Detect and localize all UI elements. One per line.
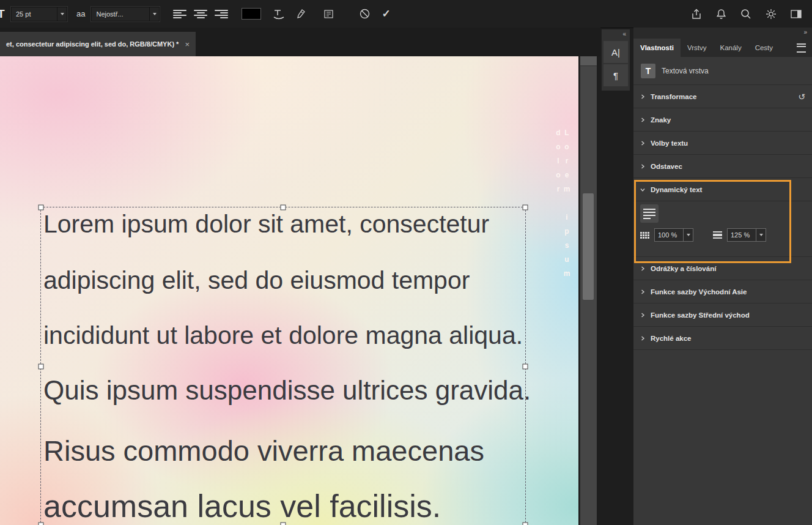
resize-handle-bottom-center[interactable] bbox=[281, 523, 286, 525]
panel-menu-icon[interactable] bbox=[797, 43, 806, 53]
tracking-grid-icon bbox=[640, 232, 649, 239]
resize-handle-top-center[interactable] bbox=[281, 205, 286, 210]
close-tab-icon[interactable]: × bbox=[185, 40, 190, 49]
canvas-scrollbar[interactable] bbox=[580, 56, 597, 525]
resize-handle-middle-left[interactable] bbox=[39, 363, 44, 369]
share-icon[interactable] bbox=[690, 8, 703, 20]
chevron-right-icon bbox=[640, 94, 645, 99]
properties-panel: » Vlastnosti Vrstvy Kanály Cesty T Texto… bbox=[633, 28, 812, 525]
chevron-right-icon bbox=[640, 164, 645, 169]
align-center-icon[interactable] bbox=[194, 9, 207, 19]
resize-handle-top-right[interactable] bbox=[523, 205, 528, 210]
document-tab-bar: et, consectetur adipiscing elit, sed do,… bbox=[0, 28, 600, 56]
dynamic-text-controls: 100 % 125 % bbox=[640, 228, 805, 242]
section-east-asian[interactable]: Funkce sazby Východní Asie bbox=[633, 280, 812, 303]
scale-percent-select[interactable]: 100 % bbox=[654, 228, 693, 242]
section-label: Rychlé akce bbox=[651, 335, 692, 342]
section-dynamic-text[interactable]: Dynamický text bbox=[633, 178, 812, 201]
layer-type-label: Textová vrstva bbox=[662, 67, 709, 75]
align-left-icon[interactable] bbox=[173, 9, 186, 19]
chevron-right-icon bbox=[640, 141, 645, 146]
leading-percent-select[interactable]: 125 % bbox=[727, 228, 766, 242]
section-characters[interactable]: Znaky bbox=[633, 108, 812, 132]
chevron-right-icon bbox=[640, 336, 645, 341]
canvas[interactable]: Lorem ipsum dolor Lorem ipsum dolor sit … bbox=[0, 56, 578, 525]
text-layer-icon: T bbox=[641, 64, 655, 78]
scrollbar-thumb[interactable] bbox=[583, 193, 594, 300]
document-tab[interactable]: et, consectetur adipiscing elit, sed do,… bbox=[0, 32, 196, 56]
tab-cesty[interactable]: Cesty bbox=[748, 39, 780, 57]
text-line[interactable]: Quis ipsum suspendisse ultrices gravida. bbox=[43, 375, 531, 406]
chevron-right-icon bbox=[640, 313, 645, 318]
line-height-icon bbox=[713, 231, 722, 239]
chevron-right-icon bbox=[640, 117, 645, 122]
chevron-down-icon[interactable] bbox=[149, 7, 159, 21]
paragraph-panel-icon[interactable]: ¶ bbox=[603, 64, 628, 86]
app-bar-icons bbox=[690, 8, 802, 20]
notifications-bell-icon[interactable] bbox=[715, 8, 727, 20]
vertical-text-layer[interactable]: Lorem ipsum dolor bbox=[554, 128, 571, 361]
scale-percent-value: 100 % bbox=[655, 231, 683, 239]
chevron-down-icon[interactable] bbox=[57, 7, 67, 21]
discover-icon[interactable] bbox=[765, 8, 777, 20]
cancel-edits-icon[interactable] bbox=[359, 8, 371, 20]
section-label: Volby textu bbox=[651, 140, 688, 147]
collapse-panels-icon[interactable]: » bbox=[633, 28, 812, 39]
section-type-options[interactable]: Volby textu bbox=[633, 132, 812, 155]
anti-alias-value: Nejostř... bbox=[92, 10, 149, 18]
text-line[interactable]: adipiscing elit, sed do eiusmod tempor bbox=[43, 266, 470, 295]
panel-tab-bar: Vlastnosti Vrstvy Kanály Cesty bbox=[633, 39, 812, 57]
text-line[interactable]: Risus commodo viverra maecenas bbox=[43, 434, 484, 467]
resize-handle-bottom-right[interactable] bbox=[523, 523, 528, 525]
char-para-panels-icon[interactable] bbox=[323, 9, 334, 19]
font-size-value: 25 pt bbox=[12, 10, 57, 18]
warp-text-icon[interactable] bbox=[272, 9, 286, 20]
section-bullets[interactable]: Odrážky a číslování bbox=[633, 257, 812, 280]
collapsed-panel-dock: « A| ¶ bbox=[602, 29, 630, 91]
commit-edits-icon[interactable]: ✓ bbox=[382, 7, 390, 20]
resize-handle-top-left[interactable] bbox=[39, 205, 44, 210]
character-panel-icon[interactable]: A| bbox=[603, 41, 628, 63]
text-line[interactable]: accumsan lacus vel facilisis. bbox=[43, 488, 441, 524]
document-title: et, consectetur adipiscing elit, sed do,… bbox=[6, 40, 179, 48]
section-quick-actions[interactable]: Rychlé akce bbox=[633, 327, 812, 350]
reset-transform-icon[interactable]: ↺ bbox=[798, 92, 805, 102]
section-label: Transformace bbox=[651, 93, 696, 100]
tab-vlastnosti[interactable]: Vlastnosti bbox=[633, 39, 681, 57]
layer-type-row: T Textová vrstva bbox=[633, 57, 812, 85]
tab-kanaly[interactable]: Kanály bbox=[714, 39, 748, 57]
tab-vrstvy[interactable]: Vrstvy bbox=[681, 39, 714, 57]
section-label: Odrážky a číslování bbox=[651, 265, 716, 272]
align-right-icon[interactable] bbox=[215, 9, 228, 19]
chevron-down-icon[interactable] bbox=[683, 229, 693, 241]
leading-percent-value: 125 % bbox=[728, 231, 756, 239]
workspace-layout-icon[interactable] bbox=[790, 9, 802, 20]
text-line[interactable]: Lorem ipsum dolor sit amet, consectetur bbox=[43, 210, 489, 239]
section-label: Dynamický text bbox=[651, 186, 702, 193]
section-label: Znaky bbox=[651, 116, 671, 124]
type-tool-icon[interactable]: T bbox=[0, 7, 5, 21]
anti-alias-icon: aa bbox=[76, 9, 85, 18]
pen-nib-icon[interactable] bbox=[295, 9, 306, 20]
section-label: Odstavec bbox=[651, 163, 682, 170]
section-middle-east[interactable]: Funkce sazby Střední východ bbox=[633, 303, 812, 327]
section-label: Funkce sazby Východní Asie bbox=[651, 288, 747, 296]
resize-handle-bottom-left[interactable] bbox=[39, 523, 44, 525]
section-paragraph[interactable]: Odstavec bbox=[633, 155, 812, 178]
expand-panels-icon[interactable]: « bbox=[602, 29, 630, 40]
resize-handle-middle-right[interactable] bbox=[523, 363, 528, 369]
scrollbar-top-button[interactable] bbox=[580, 56, 597, 66]
anti-alias-select[interactable]: Nejostř... bbox=[91, 7, 160, 21]
chevron-right-icon bbox=[640, 289, 645, 294]
text-layer-bounding-box[interactable]: Lorem ipsum dolor sit amet, consectetur … bbox=[40, 207, 526, 525]
options-bar: T 25 pt aa Nejostř... ✓ bbox=[0, 0, 812, 28]
text-line[interactable]: incididunt ut labore et dolore magna ali… bbox=[43, 321, 523, 350]
text-color-swatch[interactable] bbox=[242, 8, 261, 20]
section-label: Funkce sazby Střední východ bbox=[651, 311, 750, 319]
section-transform[interactable]: Transformace ↺ bbox=[633, 85, 812, 108]
chevron-right-icon bbox=[640, 266, 645, 271]
font-size-select[interactable]: 25 pt bbox=[11, 7, 67, 21]
dynamic-text-mode-icon[interactable] bbox=[640, 204, 659, 223]
chevron-down-icon[interactable] bbox=[756, 229, 766, 241]
search-icon[interactable] bbox=[740, 8, 752, 20]
